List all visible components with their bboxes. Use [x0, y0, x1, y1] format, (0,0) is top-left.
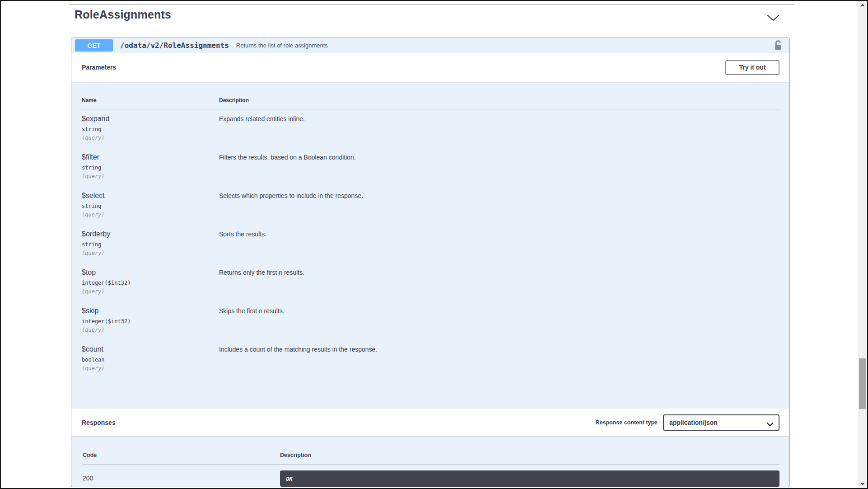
vertical-scrollbar[interactable] [858, 1, 867, 488]
table-row: $expand string (query) Expands related e… [82, 115, 780, 148]
param-description: Selects which properties to include in t… [219, 192, 363, 225]
table-row: $select string (query) Selects which pro… [82, 192, 780, 225]
param-name: $expand [82, 115, 219, 123]
param-location: (query) [82, 135, 219, 141]
responses-title: Responses [82, 419, 116, 426]
try-it-out-button[interactable]: Try it out [725, 60, 779, 75]
parameters-table: Name Description $expand string (query) … [71, 82, 789, 409]
param-name: $skip [82, 307, 219, 315]
responses-header: Responses Response content type applicat… [71, 409, 789, 436]
page-title: RoleAssignments [75, 8, 171, 21]
operation-description: Returns the list of role assignments [236, 42, 328, 49]
param-type: string [82, 165, 219, 171]
chevron-down-icon[interactable] [766, 14, 780, 23]
chevron-down-icon [766, 420, 774, 425]
param-location: (query) [82, 173, 219, 179]
param-name: $select [82, 192, 219, 200]
param-location: (query) [82, 212, 219, 218]
table-row: $skip integer($int32) (query) Skips the … [82, 307, 780, 340]
response-code: 200 [83, 470, 280, 482]
parameters-header: Parameters Try it out [71, 53, 789, 82]
responses-table: Code Description 200 OK [71, 436, 789, 489]
http-method-badge: GET [75, 39, 113, 52]
param-name: $count [82, 345, 219, 353]
responses-table-header: Code Description [83, 452, 779, 465]
response-description-bar: OK [280, 470, 779, 487]
triangle-down-icon [860, 483, 865, 485]
table-row: $orderby string (query) Sorts the result… [82, 230, 780, 263]
section-divider [69, 4, 794, 5]
param-description: Sorts the results. [219, 230, 266, 263]
table-row: 200 OK [83, 470, 779, 487]
param-description: Returns only the first n results. [219, 268, 304, 301]
param-type: boolean [82, 357, 219, 363]
param-type: integer($int32) [82, 280, 219, 286]
column-header-name: Name [82, 97, 219, 103]
response-description: OK [286, 475, 293, 482]
response-content-type-label: Response content type [595, 419, 658, 426]
param-type: integer($int32) [82, 318, 219, 324]
param-description: Includes a count of the matching results… [219, 345, 377, 378]
table-row: $filter string (query) Filters the resul… [82, 153, 780, 186]
param-type: string [82, 203, 219, 209]
param-location: (query) [82, 327, 219, 333]
scrollbar-thumb[interactable] [859, 358, 866, 409]
param-type: string [82, 126, 219, 132]
table-row: $count boolean (query) Includes a count … [82, 345, 780, 378]
column-header-description: Description [219, 97, 249, 103]
operation-summary[interactable]: GET /odata/v2/RoleAssignments Returns th… [71, 38, 789, 53]
operation-block-get: GET /odata/v2/RoleAssignments Returns th… [71, 38, 790, 487]
table-row: $top integer($int32) (query) Returns onl… [82, 268, 780, 301]
scroll-up-button[interactable] [858, 1, 867, 9]
column-header-description: Description [280, 452, 311, 458]
auth-lock-button[interactable] [773, 39, 783, 52]
param-description: Skips the first n results. [219, 307, 285, 340]
param-type: string [82, 241, 219, 248]
response-content-type-value: application/json [669, 419, 718, 426]
response-content-type-select[interactable]: application/json [663, 414, 779, 431]
parameters-table-header: Name Description [82, 97, 780, 109]
unlock-icon [774, 46, 783, 52]
column-header-code: Code [83, 452, 280, 458]
param-location: (query) [82, 288, 219, 295]
param-description: Filters the results, based on a Boolean … [219, 153, 356, 186]
param-name: $top [82, 268, 219, 277]
triangle-up-icon [860, 4, 865, 6]
param-description: Expands related entities inline. [219, 115, 305, 148]
param-name: $orderby [82, 230, 219, 238]
param-location: (query) [82, 365, 219, 371]
scroll-down-button[interactable] [858, 480, 867, 488]
swagger-ui-page: RoleAssignments GET /odata/v2/RoleAssign… [0, 0, 868, 489]
param-location: (query) [82, 250, 219, 256]
endpoint-path: /odata/v2/RoleAssignments [120, 41, 229, 50]
parameters-title: Parameters [82, 64, 116, 71]
param-name: $filter [82, 153, 219, 161]
